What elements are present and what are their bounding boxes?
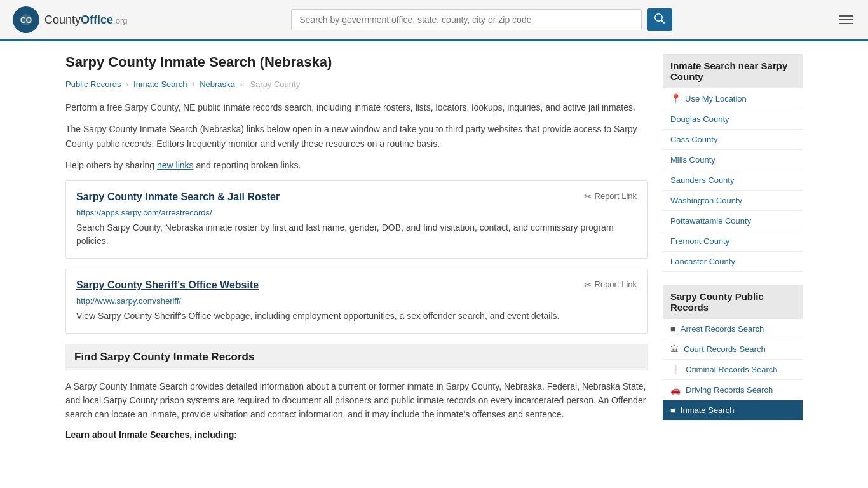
criminal-records-icon: ❕ [670,365,681,374]
report-link-1[interactable]: ✂ Report Link [584,191,637,201]
driving-records-icon: 🚗 [670,385,681,395]
sidebar: Inmate Search near Sarpy County 📍 Use My… [663,54,803,445]
site-header: CO CountyOffice.org [0,0,868,41]
new-links-link[interactable]: new links [157,160,194,170]
logo-icon: CO [13,6,39,33]
result-title-2[interactable]: Sarpy County Sheriff's Office Website [76,280,259,291]
result-desc-1: Search Sarpy County, Nebraska inmate ros… [76,221,637,248]
logo-area: CO CountyOffice.org [13,6,127,33]
find-section-heading: Find Sarpy County Inmate Records [65,344,648,370]
use-location-link[interactable]: Use My Location [685,94,747,104]
breadcrumb-nebraska[interactable]: Nebraska [200,79,235,89]
result-desc-2: View Sarpy County Sheriff's Office webpa… [76,309,637,323]
arrest-records-icon: ■ [670,324,675,334]
sidebar-item-pottawattamie[interactable]: Pottawattamie County [663,211,803,231]
sidebar-nearby-section: Inmate Search near Sarpy County 📍 Use My… [663,54,803,272]
search-button[interactable] [647,8,672,31]
sidebar-nearby-heading: Inmate Search near Sarpy County [663,54,803,88]
result-url-2[interactable]: http://www.sarpy.com/sheriff/ [76,296,637,306]
sidebar-driving-records[interactable]: 🚗 Driving Records Search [663,380,803,400]
sidebar-item-lancaster[interactable]: Lancaster County [663,252,803,272]
sidebar-criminal-records[interactable]: ❕ Criminal Records Search [663,360,803,380]
sidebar-item-saunders[interactable]: Saunders County [663,170,803,191]
sidebar-inmate-search[interactable]: ■ Inmate Search [663,400,803,421]
breadcrumb-public-records[interactable]: Public Records [65,79,121,89]
sidebar-item-cass[interactable]: Cass County [663,130,803,150]
learn-heading: Learn about Inmate Searches, including: [65,430,648,440]
result-header-1: Sarpy County Inmate Search & Jail Roster… [76,191,637,205]
result-header-2: Sarpy County Sheriff's Office Website ✂ … [76,280,637,294]
sidebar-arrest-records[interactable]: ■ Arrest Records Search [663,319,803,339]
sidebar-item-douglas[interactable]: Douglas County [663,109,803,130]
intro-paragraph-1: Perform a free Sarpy County, NE public i… [65,100,648,114]
sidebar-item-washington[interactable]: Washington County [663,191,803,211]
svg-text:CO: CO [20,16,32,25]
search-input[interactable] [291,9,642,30]
result-title-1[interactable]: Sarpy County Inmate Search & Jail Roster [76,191,280,203]
main-container: Sarpy County Inmate Search (Nebraska) Pu… [53,41,815,458]
intro-paragraph-3: Help others by sharing new links and rep… [65,158,648,172]
breadcrumb-inmate-search[interactable]: Inmate Search [133,79,187,89]
report-icon-2: ✂ [584,280,592,290]
page-title: Sarpy County Inmate Search (Nebraska) [65,54,648,71]
breadcrumb-sarpy-county: Sarpy County [250,79,300,89]
intro-paragraph-2: The Sarpy County Inmate Search (Nebraska… [65,122,648,151]
hamburger-menu-button[interactable] [836,13,855,27]
report-link-2[interactable]: ✂ Report Link [584,280,637,290]
sidebar-item-fremont[interactable]: Fremont County [663,231,803,252]
content-area: Sarpy County Inmate Search (Nebraska) Pu… [65,54,648,445]
location-pin-icon: 📍 [670,93,681,104]
sidebar-item-mills[interactable]: Mills County [663,150,803,170]
logo-text: CountyOffice.org [44,13,127,27]
sidebar-public-section: Sarpy County Public Records ■ Arrest Rec… [663,285,803,421]
search-area [291,8,672,31]
sidebar-public-heading: Sarpy County Public Records [663,285,803,319]
result-url-1[interactable]: https://apps.sarpy.com/arrestrecords/ [76,208,637,217]
sidebar-court-records[interactable]: 🏛 Court Records Search [663,339,803,360]
use-my-location[interactable]: 📍 Use My Location [663,88,803,109]
breadcrumb: Public Records › Inmate Search › Nebrask… [65,79,648,89]
find-section-text: A Sarpy County Inmate Search provides de… [65,379,648,422]
result-card-2: Sarpy County Sheriff's Office Website ✂ … [65,269,648,334]
result-card-1: Sarpy County Inmate Search & Jail Roster… [65,180,648,259]
inmate-search-icon: ■ [670,405,675,415]
court-records-icon: 🏛 [670,344,679,354]
report-icon-1: ✂ [584,191,592,201]
